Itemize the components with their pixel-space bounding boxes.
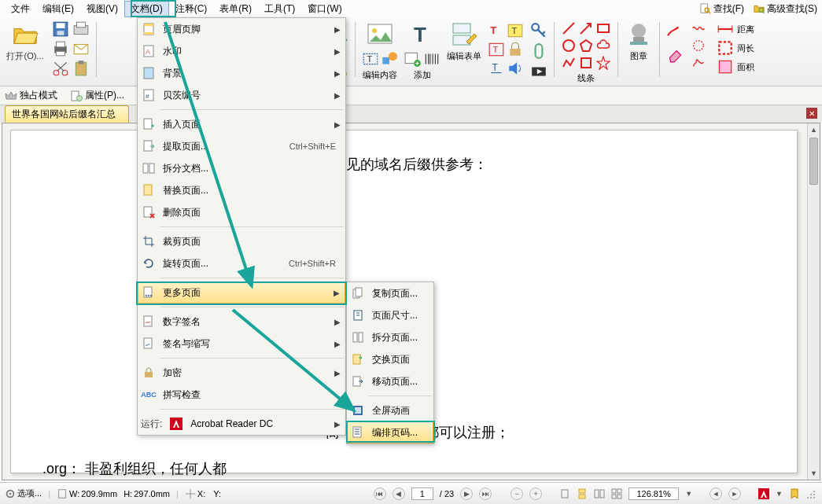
menu-watermark[interactable]: A水印▶ <box>138 40 345 62</box>
advanced-find-button[interactable]: 高级查找(S) <box>749 2 822 16</box>
exclusive-mode-button[interactable]: 独占模式 <box>5 89 57 102</box>
menu-spellcheck[interactable]: ABC拼写检查 <box>138 384 345 406</box>
menu-encrypt[interactable]: 加密▶ <box>138 362 345 384</box>
circle-icon[interactable] <box>561 38 577 53</box>
menu-file[interactable]: 文件 <box>5 1 36 17</box>
distance-icon[interactable] <box>717 20 734 38</box>
layout-facing-icon[interactable] <box>594 488 605 499</box>
layout-single-icon[interactable] <box>559 488 570 499</box>
pencil-icon[interactable] <box>666 24 684 41</box>
menu-background[interactable]: 背景▶ <box>138 62 345 84</box>
polyline-icon[interactable] <box>561 55 577 71</box>
attach-icon[interactable] <box>530 42 547 60</box>
menu-comment[interactable]: 注释(C) <box>169 1 214 17</box>
lock-icon[interactable] <box>507 41 524 58</box>
vertical-scrollbar[interactable]: ▲ ▼ <box>807 123 820 480</box>
line-icon[interactable] <box>561 20 577 36</box>
menu-run-acrobat[interactable]: 运行: Acrobat Reader DC▶ <box>138 413 345 435</box>
zoom-dropdown-icon[interactable]: ▼ <box>685 490 692 498</box>
scan-icon[interactable] <box>72 20 90 38</box>
menu-delete-pages[interactable]: 删除页面 <box>138 201 345 223</box>
menu-tools[interactable]: 工具(T) <box>258 1 301 17</box>
find-button[interactable]: 查找(F) <box>695 2 749 16</box>
menu-crop-pages[interactable]: 裁剪页面 <box>138 230 345 252</box>
video-icon[interactable] <box>530 63 547 80</box>
menu-header-footer[interactable]: 页眉页脚▶ <box>138 18 345 40</box>
rect-icon[interactable] <box>595 20 611 36</box>
submenu-fullscreen-anim[interactable]: 全屏动画 <box>347 399 433 421</box>
submenu-split-page[interactable]: 拆分页面... <box>347 326 433 348</box>
menu-replace-pages[interactable]: 替换页面... <box>138 179 345 201</box>
sound-icon[interactable] <box>507 60 524 77</box>
save-icon[interactable] <box>52 20 69 38</box>
bookmark-icon[interactable] <box>789 488 800 499</box>
rect2-icon[interactable] <box>578 55 594 71</box>
last-page-button[interactable]: ⏭ <box>479 487 492 500</box>
properties-button[interactable]: 属性(P)... <box>70 89 124 102</box>
stamp-icon[interactable] <box>625 20 653 49</box>
scroll-up-icon[interactable]: ▲ <box>808 123 820 136</box>
key-icon[interactable] <box>530 22 547 39</box>
clipboard-icon[interactable] <box>72 60 90 77</box>
menu-more-pages[interactable]: 更多页面▶ <box>138 281 345 304</box>
submenu-move-pages[interactable]: 移动页面... <box>347 370 433 392</box>
image-icon[interactable] <box>366 20 394 49</box>
layout-cont-icon[interactable] <box>577 488 588 499</box>
zoom-out-button[interactable]: − <box>511 487 523 500</box>
submenu-copy-pages[interactable]: 复制页面... <box>347 282 433 304</box>
first-page-button[interactable]: ⏮ <box>374 487 386 500</box>
shapes-icon[interactable] <box>381 50 398 68</box>
close-tab-icon[interactable]: ✕ <box>806 108 817 119</box>
add-image-icon[interactable] <box>404 50 422 68</box>
page-number-input[interactable] <box>411 487 433 500</box>
forward-button[interactable]: ► <box>728 487 741 500</box>
polygon-icon[interactable] <box>578 38 594 53</box>
scroll-thumb[interactable] <box>809 138 818 185</box>
squiggle2-icon[interactable] <box>690 38 707 53</box>
arrow-icon[interactable] <box>578 20 594 36</box>
prev-page-button[interactable]: ◀ <box>393 487 405 500</box>
edit-form-icon[interactable] <box>450 20 478 49</box>
options-button[interactable]: 选项... <box>5 487 42 499</box>
squiggle3-icon[interactable] <box>690 55 707 71</box>
submenu-number-pages[interactable]: 编排页码... <box>347 421 433 443</box>
text-underline-icon[interactable]: T <box>488 60 505 77</box>
email-icon[interactable] <box>72 40 90 57</box>
menu-insert-pages[interactable]: 插入页面▶ <box>138 113 345 135</box>
submenu-page-size[interactable]: 页面尺寸... <box>347 304 433 326</box>
menu-forms[interactable]: 表单(R) <box>213 1 258 17</box>
cloud-icon[interactable] <box>595 38 611 53</box>
barcode-icon[interactable] <box>423 50 440 68</box>
open-folder-icon[interactable] <box>11 20 39 49</box>
text-icon[interactable]: T <box>408 20 437 49</box>
text-frame-icon[interactable]: T <box>488 41 505 58</box>
text-box-icon[interactable]: T <box>362 50 379 68</box>
back-button[interactable]: ◄ <box>710 487 722 500</box>
menu-view[interactable]: 视图(V) <box>80 1 124 17</box>
star-icon[interactable] <box>595 55 611 71</box>
menu-edit[interactable]: 编辑(E) <box>36 1 80 17</box>
layout-facing-cont-icon[interactable] <box>611 488 622 499</box>
zoom-in-button[interactable]: + <box>529 487 542 500</box>
highlight-icon[interactable]: T <box>507 22 524 39</box>
menu-split-doc[interactable]: 拆分文档... <box>138 157 345 179</box>
adobe-status-icon[interactable] <box>758 488 769 499</box>
area-icon[interactable] <box>717 58 734 75</box>
menu-rotate-pages[interactable]: 旋转页面...Ctrl+Shift+R <box>138 252 345 274</box>
menu-digital-sign[interactable]: 数字签名▶ <box>138 311 345 333</box>
squiggle1-icon[interactable] <box>690 20 707 36</box>
menu-document[interactable]: 文档(D) <box>124 1 169 17</box>
perimeter-icon[interactable] <box>717 39 734 57</box>
eraser-icon[interactable] <box>666 46 684 63</box>
menu-sign-initials[interactable]: 签名与缩写▶ <box>138 333 345 355</box>
print-icon[interactable] <box>52 40 69 57</box>
zoom-input[interactable] <box>628 487 679 500</box>
menu-bates[interactable]: #贝茨编号▶ <box>138 84 345 106</box>
cut-icon[interactable] <box>52 60 69 77</box>
menu-window[interactable]: 窗口(W) <box>301 1 348 17</box>
scroll-down-icon[interactable]: ▼ <box>808 467 820 480</box>
link-text-icon[interactable]: T <box>488 22 505 39</box>
next-page-button[interactable]: ▶ <box>460 487 473 500</box>
menu-extract-pages[interactable]: 提取页面...Ctrl+Shift+E <box>138 135 345 157</box>
document-tab[interactable]: 世界各国网站后缀名汇总 <box>5 105 129 123</box>
